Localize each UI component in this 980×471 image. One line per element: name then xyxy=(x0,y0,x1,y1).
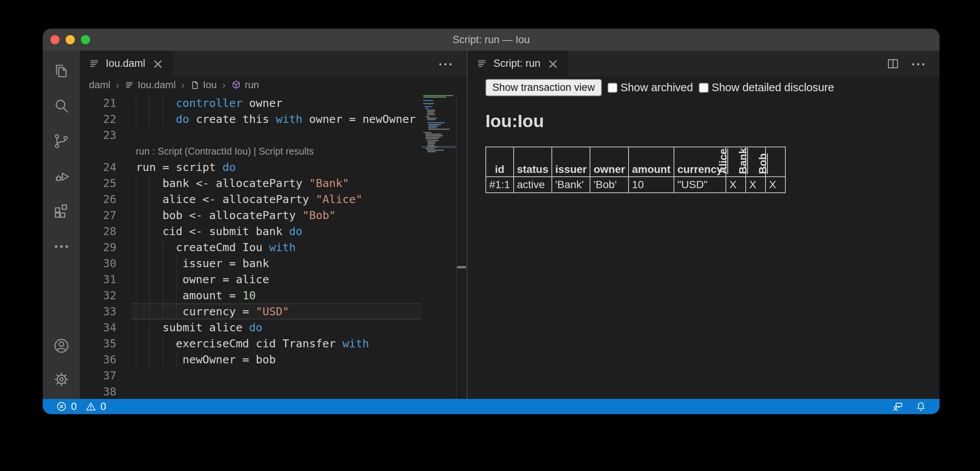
indent-guide xyxy=(136,95,136,111)
code-lens-text[interactable]: run : Script (ContractId Iou) | Script r… xyxy=(131,143,314,159)
run-and-debug-icon[interactable] xyxy=(50,165,73,188)
code-line-25[interactable]: 25 bank <- allocateParty "Bank" xyxy=(80,175,422,191)
zoom-window-button[interactable] xyxy=(81,35,90,44)
indent-guide xyxy=(163,255,163,271)
accounts-icon[interactable] xyxy=(50,334,73,358)
show-archived-checkbox[interactable] xyxy=(608,83,617,93)
column-header-owner: owner xyxy=(590,147,628,177)
minimap-line xyxy=(427,140,438,141)
code-line-33[interactable]: 33 currency = "USD" xyxy=(80,303,422,319)
editor-more-actions-icon[interactable]: ⋯ xyxy=(438,60,454,68)
code-line-37[interactable]: 37 xyxy=(80,368,422,384)
indent-guide xyxy=(136,175,136,191)
warning-count: 0 xyxy=(100,401,106,413)
code-text: amount = 10 xyxy=(131,287,422,303)
feedback-icon[interactable] xyxy=(892,401,904,412)
code-text: cid <- submit bank do xyxy=(131,223,422,239)
breadcrumb-file[interactable]: Iou.daml xyxy=(125,79,176,91)
settings-gear-icon[interactable] xyxy=(50,368,73,391)
indent-guide xyxy=(136,255,136,271)
show-archived-label: Show archived xyxy=(621,81,693,94)
minimap-line xyxy=(426,138,438,139)
code-line-35[interactable]: 35 exerciseCmd cid Transfer with xyxy=(80,336,422,352)
code-lines: 21 controller owner22 do create this wit… xyxy=(80,95,422,399)
overview-ruler-cursor-marker xyxy=(457,266,466,268)
panel-more-actions-icon[interactable]: ⋯ xyxy=(911,60,927,68)
minimap-line xyxy=(427,146,437,147)
code-line-38[interactable]: 38 xyxy=(80,384,422,399)
line-number: 32 xyxy=(80,287,131,303)
code-line-32[interactable]: 32 amount = 10 xyxy=(80,287,422,303)
status-bar: 0 0 xyxy=(43,399,940,414)
indent-guide xyxy=(149,111,150,127)
close-window-button[interactable] xyxy=(50,35,60,44)
breadcrumb-symbol-run[interactable]: run xyxy=(231,79,259,91)
tab-script-run[interactable]: Script: run × xyxy=(467,51,568,76)
breadcrumb-module[interactable]: Iou xyxy=(190,79,217,91)
code-line-23[interactable]: 23 xyxy=(80,127,422,143)
more-actions-icon[interactable] xyxy=(50,235,73,258)
code-lens-line[interactable]: run : Script (ContractId Iou) | Script r… xyxy=(80,143,422,159)
overview-ruler[interactable] xyxy=(456,94,467,399)
indent-guide xyxy=(149,304,150,319)
code-line-29[interactable]: 29 createCmd Iou with xyxy=(80,239,422,255)
indent-guide xyxy=(163,287,163,303)
code-text: newOwner = bob xyxy=(131,352,422,368)
line-number: 27 xyxy=(80,207,131,223)
table-cell: 10 xyxy=(629,177,674,193)
file-list-icon xyxy=(89,58,100,69)
minimap-line xyxy=(427,110,435,111)
tab-iou-daml[interactable]: Iou.daml × xyxy=(80,51,173,76)
indent-guide xyxy=(136,336,136,352)
code-line-34[interactable]: 34 submit alice do xyxy=(80,319,422,336)
minimap-line xyxy=(427,143,435,144)
indent-guide xyxy=(136,111,136,127)
line-number: 37 xyxy=(80,368,131,384)
code-line-21[interactable]: 21 controller owner xyxy=(80,95,422,111)
code-line-36[interactable]: 36 newOwner = bob xyxy=(80,352,422,368)
code-text: controller owner xyxy=(131,95,422,111)
source-control-icon[interactable] xyxy=(50,129,73,153)
code-line-22[interactable]: 22 do create this with owner = newOwner xyxy=(80,111,422,127)
code-line-24[interactable]: 24run = script do xyxy=(80,159,422,175)
indent-guide xyxy=(136,191,136,207)
line-number: 30 xyxy=(80,255,131,271)
extensions-icon[interactable] xyxy=(50,200,73,223)
code-line-26[interactable]: 26 alice <- allocateParty "Alice" xyxy=(80,191,422,207)
explorer-icon[interactable] xyxy=(50,59,73,83)
page-icon xyxy=(190,80,200,90)
code-line-30[interactable]: 30 issuer = bank xyxy=(80,255,422,271)
party-column-header-bob: Bob xyxy=(766,147,785,177)
line-number: 21 xyxy=(80,95,131,111)
editor-group-left: Iou.daml × ⋯ daml › Iou.daml › Iou xyxy=(80,51,467,399)
breadcrumb-folder[interactable]: daml xyxy=(89,79,110,91)
line-number: 35 xyxy=(80,336,131,352)
tab-close-icon[interactable]: × xyxy=(546,57,560,71)
line-number: 23 xyxy=(80,127,131,143)
notifications-bell-icon[interactable] xyxy=(915,401,927,412)
split-editor-icon[interactable] xyxy=(886,57,900,71)
code-text: exerciseCmd cid Transfer with xyxy=(131,336,422,352)
minimap-line xyxy=(426,148,435,149)
left-tab-strip: Iou.daml × ⋯ xyxy=(80,51,467,76)
right-tab-strip: Script: run × ⋯ xyxy=(467,51,940,76)
search-icon[interactable] xyxy=(50,94,73,118)
code-text: issuer = bank xyxy=(131,255,422,271)
minimap-line xyxy=(428,124,441,125)
tab-close-icon[interactable]: × xyxy=(151,57,165,71)
problems-status-item[interactable]: 0 0 xyxy=(56,401,111,413)
show-transaction-view-button[interactable]: Show transaction view xyxy=(485,79,602,96)
column-header-status: status xyxy=(514,147,552,177)
indent-guide xyxy=(136,319,136,336)
code-line-27[interactable]: 27 bob <- allocateParty "Bob" xyxy=(80,207,422,223)
minimap[interactable] xyxy=(422,95,456,399)
line-number: 38 xyxy=(80,384,131,399)
minimize-window-button[interactable] xyxy=(66,35,75,44)
show-detailed-disclosure-checkbox[interactable] xyxy=(699,83,709,93)
contract-row: #1:1active'Bank''Bob'10"USD"XXX xyxy=(486,177,785,193)
code-editor[interactable]: 21 controller owner22 do create this wit… xyxy=(80,94,467,399)
window-controls xyxy=(50,29,90,51)
code-line-28[interactable]: 28 cid <- submit bank do xyxy=(80,223,422,239)
minimap-line xyxy=(423,103,434,104)
code-line-31[interactable]: 31 owner = alice xyxy=(80,271,422,287)
